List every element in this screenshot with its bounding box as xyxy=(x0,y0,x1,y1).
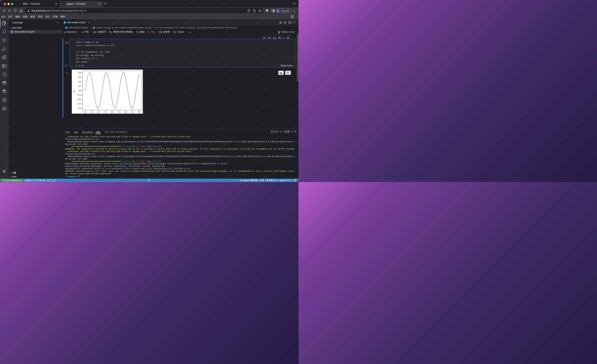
svg-text:2.5: 2.5 xyxy=(91,111,93,113)
svg-text:15.0: 15.0 xyxy=(124,111,127,113)
svg-text:7.5: 7.5 xyxy=(104,111,106,113)
svg-text:−0.25: −0.25 xyxy=(77,94,81,96)
svg-text:10.0: 10.0 xyxy=(111,111,114,113)
svg-text:0.25: 0.25 xyxy=(78,85,81,87)
svg-text:12.5: 12.5 xyxy=(118,111,120,113)
svg-text:sin: sin xyxy=(73,90,75,92)
svg-text:−0.75: −0.75 xyxy=(77,103,81,105)
svg-text:0.50: 0.50 xyxy=(78,81,81,82)
svg-text:0.00: 0.00 xyxy=(78,90,81,91)
svg-text:−0.50: −0.50 xyxy=(77,98,81,100)
svg-text:0.0: 0.0 xyxy=(84,111,86,113)
svg-text:0.75: 0.75 xyxy=(78,76,81,78)
svg-text:17.5: 17.5 xyxy=(131,111,134,113)
svg-text:−1.00: −1.00 xyxy=(77,108,81,109)
svg-text:1.00: 1.00 xyxy=(78,72,81,74)
svg-text:20.0: 20.0 xyxy=(138,111,141,113)
svg-text:5.0: 5.0 xyxy=(98,111,100,113)
